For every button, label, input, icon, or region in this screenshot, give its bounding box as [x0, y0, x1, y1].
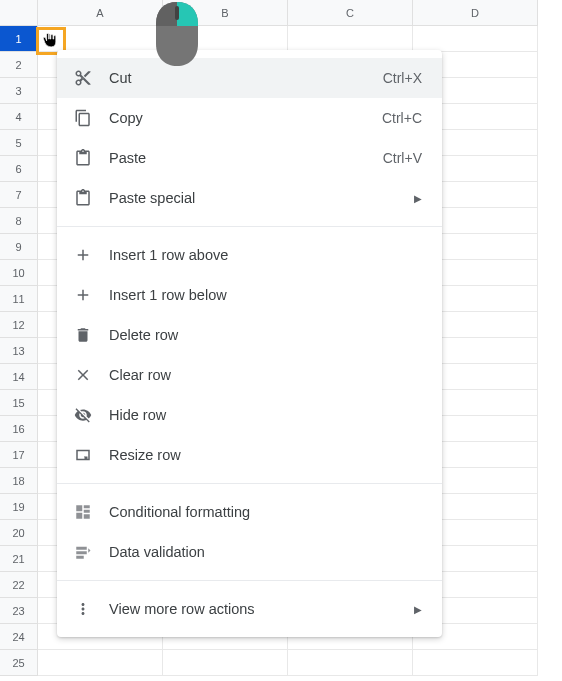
menu-label: Conditional formatting: [109, 504, 422, 520]
row-header[interactable]: 1: [0, 26, 38, 52]
mouse-right-click-icon: [152, 0, 202, 68]
menu-item-clear-row[interactable]: Clear row: [57, 355, 442, 395]
menu-divider: [57, 226, 442, 227]
row-header[interactable]: 2: [0, 52, 38, 78]
menu-item-resize-row[interactable]: Resize row: [57, 435, 442, 475]
row-header[interactable]: 24: [0, 624, 38, 650]
row-header[interactable]: 9: [0, 234, 38, 260]
cell[interactable]: [288, 650, 413, 676]
menu-label: Resize row: [109, 447, 422, 463]
menu-item-data-validation[interactable]: Data validation: [57, 532, 442, 572]
select-all-corner[interactable]: [0, 0, 38, 26]
row-header[interactable]: 10: [0, 260, 38, 286]
row-header[interactable]: 14: [0, 364, 38, 390]
menu-label: Insert 1 row below: [109, 287, 422, 303]
menu-item-conditional-formatting[interactable]: Conditional formatting: [57, 492, 442, 532]
menu-divider: [57, 580, 442, 581]
menu-label: Paste special: [109, 190, 414, 206]
cell[interactable]: [413, 650, 538, 676]
row-header[interactable]: 20: [0, 520, 38, 546]
menu-item-delete-row[interactable]: Delete row: [57, 315, 442, 355]
menu-item-hide-row[interactable]: Hide row: [57, 395, 442, 435]
menu-label: Paste: [109, 150, 383, 166]
row-header[interactable]: 5: [0, 130, 38, 156]
plus-icon: [73, 285, 93, 305]
menu-shortcut: Ctrl+V: [383, 150, 422, 166]
menu-label: Hide row: [109, 407, 422, 423]
row-header[interactable]: 18: [0, 468, 38, 494]
row-header[interactable]: 13: [0, 338, 38, 364]
row-header[interactable]: 16: [0, 416, 38, 442]
row-header[interactable]: 25: [0, 650, 38, 676]
row-header[interactable]: 3: [0, 78, 38, 104]
conditional-format-icon: [73, 502, 93, 522]
clear-icon: [73, 365, 93, 385]
menu-shortcut: Ctrl+X: [383, 70, 422, 86]
row-header[interactable]: 8: [0, 208, 38, 234]
more-icon: [73, 599, 93, 619]
menu-item-copy[interactable]: Copy Ctrl+C: [57, 98, 442, 138]
menu-label: Clear row: [109, 367, 422, 383]
row-header[interactable]: 7: [0, 182, 38, 208]
cell[interactable]: [413, 26, 538, 52]
menu-label: Delete row: [109, 327, 422, 343]
row-header[interactable]: 19: [0, 494, 38, 520]
column-header[interactable]: D: [413, 0, 538, 26]
menu-item-more-actions[interactable]: View more row actions ▶: [57, 589, 442, 629]
menu-item-paste[interactable]: Paste Ctrl+V: [57, 138, 442, 178]
menu-label: View more row actions: [109, 601, 414, 617]
row-context-menu: Cut Ctrl+X Copy Ctrl+C Paste Ctrl+V Past…: [57, 50, 442, 637]
column-header[interactable]: A: [38, 0, 163, 26]
menu-shortcut: Ctrl+C: [382, 110, 422, 126]
trash-icon: [73, 325, 93, 345]
menu-item-cut[interactable]: Cut Ctrl+X: [57, 58, 442, 98]
menu-label: Copy: [109, 110, 382, 126]
cell[interactable]: [38, 26, 163, 52]
submenu-arrow-icon: ▶: [414, 193, 422, 204]
menu-label: Insert 1 row above: [109, 247, 422, 263]
copy-icon: [73, 108, 93, 128]
cell[interactable]: [163, 650, 288, 676]
cell[interactable]: [288, 26, 413, 52]
cut-icon: [73, 68, 93, 88]
row-header[interactable]: 6: [0, 156, 38, 182]
cell[interactable]: [38, 650, 163, 676]
menu-divider: [57, 483, 442, 484]
row-header[interactable]: 22: [0, 572, 38, 598]
menu-item-paste-special[interactable]: Paste special ▶: [57, 178, 442, 218]
submenu-arrow-icon: ▶: [414, 604, 422, 615]
row-header[interactable]: 4: [0, 104, 38, 130]
row-header[interactable]: 11: [0, 286, 38, 312]
column-header[interactable]: C: [288, 0, 413, 26]
paste-icon: [73, 148, 93, 168]
data-validation-icon: [73, 542, 93, 562]
row-header[interactable]: 21: [0, 546, 38, 572]
row-header[interactable]: 17: [0, 442, 38, 468]
resize-icon: [73, 445, 93, 465]
plus-icon: [73, 245, 93, 265]
svg-rect-0: [175, 6, 179, 20]
menu-label: Cut: [109, 70, 383, 86]
row-header[interactable]: 23: [0, 598, 38, 624]
menu-item-insert-above[interactable]: Insert 1 row above: [57, 235, 442, 275]
row-header[interactable]: 12: [0, 312, 38, 338]
hide-icon: [73, 405, 93, 425]
row-header[interactable]: 15: [0, 390, 38, 416]
paste-special-icon: [73, 188, 93, 208]
menu-label: Data validation: [109, 544, 422, 560]
menu-item-insert-below[interactable]: Insert 1 row below: [57, 275, 442, 315]
